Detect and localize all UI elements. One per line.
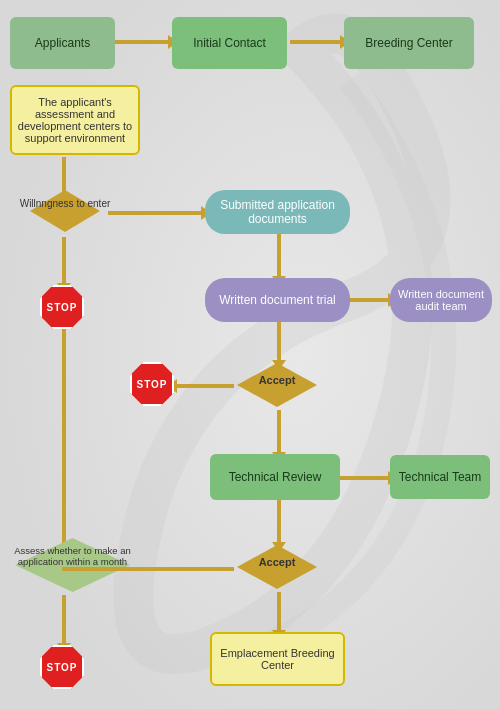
applicants-node: Applicants	[10, 17, 115, 69]
initial-contact-label: Initial Contact	[193, 36, 266, 50]
written-audit-label: Written document audit team	[390, 288, 492, 312]
arrow-accept1-to-tech	[277, 410, 281, 454]
arrow-docs-to-trial	[277, 234, 281, 278]
arrow-accept1-to-stop2	[175, 384, 234, 388]
assessment-box-node: The applicant's assessment and developme…	[10, 85, 140, 155]
stop-sign-1: STOP	[40, 285, 84, 329]
arrow-tech-to-team	[340, 476, 390, 480]
technical-team-label: Technical Team	[399, 470, 482, 484]
emplacement-label: Emplacement Breeding Center	[217, 647, 338, 671]
applicants-label: Applicants	[35, 36, 90, 50]
breeding-center-node: Breeding Center	[344, 17, 474, 69]
willingness-label: Willnngness to enter	[0, 198, 140, 209]
arrow-assess-to-stop3	[62, 595, 66, 645]
written-trial-label: Written document trial	[219, 293, 336, 307]
arrow-accept2-to-emplacement	[277, 592, 281, 632]
submitted-docs-label: Submitted application documents	[205, 198, 350, 226]
stop1-label: STOP	[46, 302, 77, 313]
arrow-tech-to-accept2	[277, 500, 281, 544]
left-vert-connector	[62, 329, 66, 559]
emplacement-node: Emplacement Breeding Center	[210, 632, 345, 686]
accept2-label: Accept	[232, 556, 322, 568]
arrow-trial-to-accept1	[277, 322, 281, 362]
flowchart: Applicants Initial Contact Breeding Cent…	[0, 0, 500, 709]
stop-sign-2: STOP	[130, 362, 174, 406]
assess-month-diamond: Assess whether to make an application wi…	[10, 535, 135, 595]
left-horiz-to-accept2	[62, 567, 234, 571]
arrow-will-to-stop1	[62, 237, 66, 285]
written-trial-node: Written document trial	[205, 278, 350, 322]
technical-review-label: Technical Review	[229, 470, 322, 484]
willingness-diamond: Willnngness to enter	[20, 185, 110, 237]
stop3-label: STOP	[46, 662, 77, 673]
accept1-diamond: Accept	[232, 360, 322, 410]
assessment-box-label: The applicant's assessment and developme…	[17, 96, 133, 144]
accept2-diamond: Accept	[232, 542, 322, 592]
submitted-docs-node: Submitted application documents	[205, 190, 350, 234]
arrow-applicants-to-contact	[115, 40, 170, 44]
technical-team-node: Technical Team	[390, 455, 490, 499]
accept1-label: Accept	[232, 374, 322, 386]
stop2-label: STOP	[136, 379, 167, 390]
arrow-will-to-docs	[108, 211, 203, 215]
initial-contact-node: Initial Contact	[172, 17, 287, 69]
arrow-trial-to-audit	[350, 298, 390, 302]
assess-month-label: Assess whether to make an application wi…	[10, 545, 135, 567]
arrow-contact-to-breeding	[290, 40, 342, 44]
breeding-center-label: Breeding Center	[365, 36, 452, 50]
written-audit-node: Written document audit team	[390, 278, 492, 322]
stop-sign-3: STOP	[40, 645, 84, 689]
technical-review-node: Technical Review	[210, 454, 340, 500]
